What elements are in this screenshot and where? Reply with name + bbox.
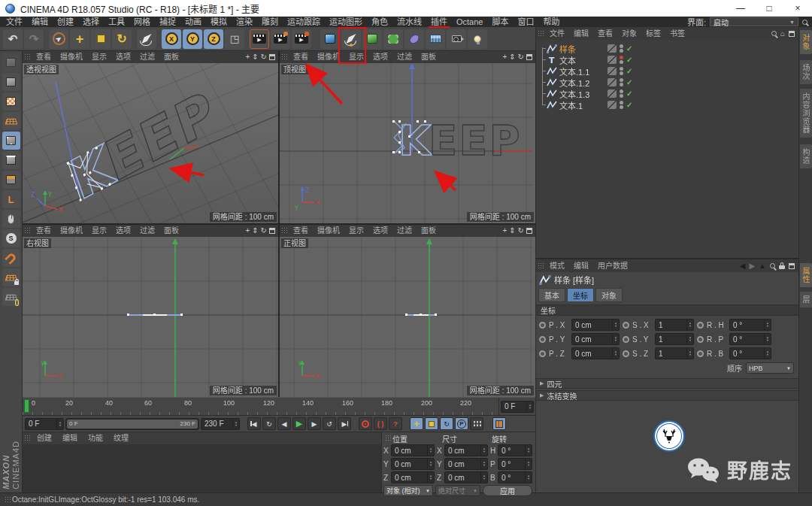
vp-menu-camera[interactable]: 摄像机 <box>56 52 87 62</box>
menu-pipeline[interactable]: 流水线 <box>392 17 426 27</box>
anim-dot[interactable] <box>623 350 629 357</box>
spinner[interactable] <box>612 348 619 359</box>
object-row-text13[interactable]: 文本.1.3 ✓ <box>536 88 798 99</box>
spinner[interactable] <box>232 419 239 429</box>
visibility-dots[interactable] <box>620 44 623 53</box>
edit-tag-icon[interactable] <box>607 56 617 64</box>
menu-create[interactable]: 创建 <box>53 17 78 27</box>
spinner[interactable] <box>427 472 434 483</box>
drag-handle[interactable] <box>538 262 544 270</box>
enabled-check-icon[interactable]: ✓ <box>626 56 632 64</box>
enable-axis-button[interactable]: L <box>2 190 20 208</box>
edit-tag-icon[interactable] <box>607 44 617 53</box>
sy-field[interactable]: 1 <box>655 333 694 345</box>
forward-icon[interactable]: ▶ <box>749 262 755 270</box>
mat-menu-edit[interactable]: 编辑 <box>57 433 83 444</box>
om-menu-objects[interactable]: 对象 <box>617 29 641 39</box>
key-parameter-toggle[interactable]: P <box>455 417 468 430</box>
vp-menu-camera[interactable]: 摄像机 <box>313 226 344 236</box>
rh-field[interactable]: 0 ° <box>729 319 771 331</box>
camera-button[interactable] <box>447 29 466 49</box>
home-icon[interactable]: ⌂ <box>780 30 785 38</box>
anim-dot[interactable] <box>539 322 546 329</box>
menu-mograph[interactable]: 运动图形 <box>325 17 367 27</box>
autokey-button[interactable]: ( ) <box>374 417 387 430</box>
menu-mesh[interactable]: 网格 <box>129 17 155 27</box>
menu-animate[interactable]: 动画 <box>180 17 206 27</box>
drag-handle[interactable] <box>5 496 11 504</box>
anim-dot[interactable] <box>697 336 704 343</box>
tab-object[interactable]: 对象 <box>595 288 623 302</box>
y-axis-lock[interactable]: Y <box>183 29 202 49</box>
spinner[interactable] <box>764 348 771 359</box>
menu-sculpt[interactable]: 雕刻 <box>257 17 283 27</box>
menu-help[interactable]: 帮助 <box>538 17 564 27</box>
quaternion-section[interactable]: ▶四元 <box>536 378 798 389</box>
tab-coordinates[interactable]: 坐标 <box>567 288 594 302</box>
orbit-icon[interactable]: ↻ <box>261 227 267 235</box>
visibility-dots[interactable] <box>620 101 623 109</box>
vp-menu-filter[interactable]: 过滤 <box>392 226 417 236</box>
up-icon[interactable]: ▲ <box>759 262 766 270</box>
om-menu-tags[interactable]: 标签 <box>641 29 665 39</box>
object-row-text12[interactable]: 文本.1.2 ✓ <box>536 77 798 88</box>
lock-workplane-button[interactable] <box>2 268 20 286</box>
workplane-mode-button[interactable] <box>2 112 20 130</box>
vp-menu-panel[interactable]: 面板 <box>159 52 183 62</box>
drag-handle[interactable] <box>24 435 30 442</box>
spinner[interactable] <box>427 445 434 456</box>
pan-icon[interactable]: + <box>502 227 507 235</box>
spinner[interactable] <box>480 459 487 469</box>
rot-p-field[interactable]: 0 ° <box>498 458 532 470</box>
mat-menu-function[interactable]: 功能 <box>83 433 108 444</box>
object-row-text11[interactable]: 文本.1.1 ✓ <box>536 65 798 77</box>
visibility-dots[interactable] <box>620 67 623 75</box>
spinner[interactable] <box>525 459 532 469</box>
panel-icon[interactable] <box>789 263 795 269</box>
px-field[interactable]: 0 cm <box>571 319 620 331</box>
vp-menu-filter[interactable]: 过滤 <box>135 52 159 62</box>
vp-menu-camera[interactable]: 摄像机 <box>56 226 87 236</box>
edit-tag-icon[interactable] <box>607 101 617 109</box>
enabled-check-icon[interactable]: ✓ <box>626 101 632 109</box>
anim-dot[interactable] <box>539 336 546 343</box>
pos-x-field[interactable]: 0 cm <box>391 444 435 456</box>
maximize-view-icon[interactable] <box>526 228 532 234</box>
vp-menu-options[interactable]: 选项 <box>111 226 135 236</box>
object-row-text1[interactable]: 文本.1 ✓ <box>536 99 798 111</box>
spinner[interactable] <box>480 472 487 483</box>
spinner[interactable] <box>526 401 533 412</box>
am-menu-userdata[interactable]: 用户数据 <box>593 261 632 271</box>
vp-menu-filter[interactable]: 过滤 <box>135 226 159 236</box>
make-editable-button[interactable] <box>2 53 20 71</box>
play-button[interactable]: ▶ <box>292 417 306 430</box>
enabled-check-icon[interactable]: ✓ <box>626 89 632 98</box>
spinner[interactable] <box>686 320 693 330</box>
menu-render[interactable]: 渲染 <box>232 17 257 27</box>
menu-plugins[interactable]: 插件 <box>426 17 452 27</box>
environment-button[interactable] <box>426 29 445 49</box>
drag-handle[interactable] <box>281 227 287 235</box>
edges-mode-button[interactable] <box>2 151 20 169</box>
perspective-canvas[interactable]: 透视视图 <box>23 63 278 223</box>
vp-menu-display[interactable]: 显示 <box>87 226 111 236</box>
size-z-field[interactable]: 0 cm <box>444 471 488 483</box>
menu-file[interactable]: 文件 <box>2 17 27 27</box>
vp-menu-filter[interactable]: 过滤 <box>392 52 417 62</box>
right-canvas[interactable]: 右视图 <box>23 237 278 397</box>
record-keyframe-button[interactable] <box>359 417 372 430</box>
array-modeling-button[interactable] <box>383 29 403 49</box>
dock-tab-content-browser[interactable]: 内容浏览器 <box>800 89 812 138</box>
points-mode-button[interactable] <box>2 132 20 150</box>
am-menu-mode[interactable]: 模式 <box>545 261 569 271</box>
model-mode-button[interactable] <box>2 73 20 91</box>
add-cube-button[interactable] <box>320 29 340 49</box>
menu-octane[interactable]: Octane <box>452 17 487 27</box>
live-selection-tool[interactable]: ➤ <box>49 29 68 49</box>
order-dropdown[interactable]: HPB▼ <box>746 362 794 374</box>
drag-handle[interactable] <box>24 227 30 235</box>
key-rotation-toggle[interactable]: ↻ <box>440 417 453 430</box>
current-frame-field[interactable]: 0 F <box>25 418 64 430</box>
pan-icon[interactable]: + <box>245 227 250 235</box>
sz-field[interactable]: 1 <box>655 347 694 359</box>
